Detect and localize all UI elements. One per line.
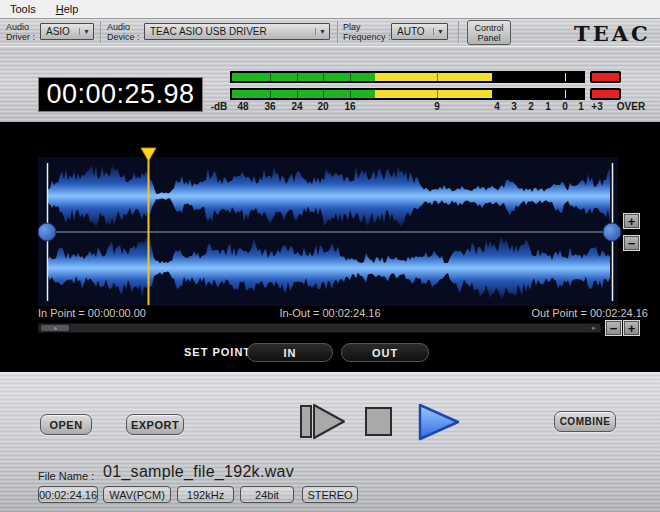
audio-driver-select[interactable]: ASIO ▼ (40, 23, 94, 40)
chevron-down-icon: ▼ (433, 28, 444, 35)
chevron-down-icon: ▼ (79, 28, 90, 35)
file-badge: 24bit (240, 486, 294, 503)
meter-scale-label: OVER (617, 101, 645, 112)
meter-scale-label: 0 (562, 101, 568, 112)
transport-controls (296, 404, 466, 442)
audio-driver-label: AudioDriver : (6, 22, 35, 42)
meter-scale-label: 20 (317, 101, 328, 112)
in-point-handle[interactable] (38, 223, 56, 241)
set-in-button[interactable]: IN (247, 343, 333, 362)
file-name-label: File Name : (38, 470, 94, 482)
out-point-readout: Out Point = 00:02:24.16 (531, 307, 648, 319)
meter-segment-tick (270, 90, 271, 98)
teac-hires-editor-window: ToolsHelp AudioDriver : ASIO ▼ AudioDevi… (0, 0, 660, 512)
meter-scale-label: +3 (591, 101, 602, 112)
audio-device-select[interactable]: TEAC ASIO USB DRIVER ▼ (144, 23, 330, 40)
meter-segment-tick (297, 90, 298, 98)
set-point-label: SET POINT (184, 346, 251, 358)
meter-scale-label: -dB (211, 101, 228, 112)
meter-scale-label: 4 (494, 101, 500, 112)
level-meter-bar-right (230, 88, 585, 100)
waveform-scrollbar[interactable]: ► (38, 323, 601, 333)
in-out-readout: In-Out = 00:02:24.16 (279, 307, 380, 319)
toolbar-divider (100, 21, 102, 43)
export-button[interactable]: EXPORT (126, 414, 184, 435)
meter-zero-tick (565, 73, 566, 81)
file-badge: 00:02:24.16 (38, 486, 98, 503)
meter-segment-tick (270, 73, 271, 81)
play-frequency-label: PlayFrequency : (343, 22, 391, 42)
over-indicator (590, 71, 621, 83)
file-badge: WAV(PCM) (103, 486, 171, 503)
file-badge: 192kHz (177, 486, 234, 503)
meter-segment-tick (350, 90, 351, 98)
meter-scale-label: 16 (344, 101, 355, 112)
over-indicator (590, 88, 621, 100)
meter-scale-label: 36 (264, 101, 275, 112)
horizontal-zoom-out-button[interactable]: − (605, 320, 622, 336)
meter-scale-label: 1 (578, 101, 584, 112)
meter-scale-label: 24 (291, 101, 302, 112)
set-out-button[interactable]: OUT (341, 343, 429, 362)
out-point-handle[interactable] (603, 223, 621, 241)
meter-scale-label: 9 (434, 101, 440, 112)
toolbar-divider (337, 21, 339, 43)
open-button[interactable]: OPEN (40, 414, 92, 435)
meter-scale-label: 3 (511, 101, 517, 112)
teac-logo: TEAC (574, 21, 651, 46)
vertical-zoom-in-button[interactable]: + (623, 213, 640, 229)
meter-scale-label: 2 (528, 101, 534, 112)
stop-button[interactable] (366, 408, 391, 435)
horizontal-zoom-in-button[interactable]: + (623, 320, 640, 336)
meter-segment-tick (323, 73, 324, 81)
meter-scale-label: 1 (545, 101, 551, 112)
meter-section: 00:00:25.98 -dB48362420169432101+3OVER (0, 46, 660, 124)
menu-item-help[interactable]: Help (46, 0, 89, 18)
combine-button[interactable]: COMBINE (554, 411, 616, 432)
menu-item-tools[interactable]: Tools (0, 0, 46, 18)
play-button[interactable] (420, 405, 458, 439)
time-display: 00:00:25.98 (38, 77, 203, 112)
meter-segment-tick (437, 90, 438, 98)
meter-segment-tick (437, 73, 438, 81)
play-from-start-button[interactable] (301, 405, 344, 438)
audio-device-label: AudioDevice : (107, 22, 140, 42)
chevron-down-icon: ▼ (315, 28, 326, 35)
control-panel-button[interactable]: ControlPanel (467, 20, 511, 45)
meter-segment-tick (350, 73, 351, 81)
play-frequency-select[interactable]: AUTO ▼ (391, 23, 448, 40)
meter-segment-tick (297, 73, 298, 81)
vertical-zoom-out-button[interactable]: − (623, 235, 640, 251)
waveform-display[interactable] (0, 122, 660, 372)
in-point-readout: In Point = 00:00:00.00 (38, 307, 146, 319)
toolbar: AudioDriver : ASIO ▼ AudioDevice : TEAC … (0, 19, 660, 47)
meter-zero-tick (565, 90, 566, 98)
scrollbar-right-arrow-icon[interactable]: ► (591, 325, 597, 332)
toolbar-divider (458, 21, 460, 43)
file-badge: STEREO (302, 486, 358, 503)
meter-segment-tick (323, 90, 324, 98)
waveform-panel: + − In Point = 00:00:00.00 In-Out = 00:0… (0, 122, 660, 372)
meter-scale-label: 48 (237, 101, 248, 112)
scrollbar-thumb[interactable] (41, 325, 69, 331)
file-name-value: 01_sample_file_192k.wav (103, 463, 294, 481)
menu-bar: ToolsHelp (0, 0, 660, 19)
level-meter-bar-left (230, 71, 585, 83)
control-section: OPEN EXPORT COMBINE File Name : 01_sampl… (0, 372, 660, 512)
